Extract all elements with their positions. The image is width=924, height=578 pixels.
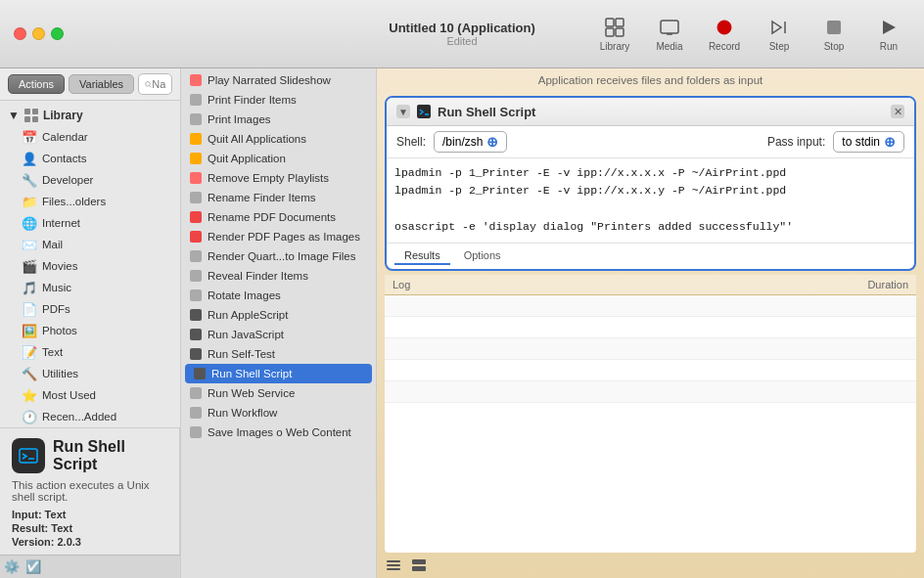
log-header: Log Duration bbox=[385, 275, 916, 295]
action-run-applescript[interactable]: Run AppleScript bbox=[181, 305, 376, 325]
svg-rect-24 bbox=[190, 231, 202, 243]
svg-rect-14 bbox=[20, 449, 37, 463]
action-run-web-service[interactable]: Run Web Service bbox=[181, 383, 376, 403]
sidebar-item-utilities[interactable]: 🔨 Utilities bbox=[0, 363, 180, 384]
most-used-icon: ⭐ bbox=[22, 387, 37, 403]
svg-rect-17 bbox=[190, 94, 202, 106]
library-label: Library bbox=[600, 41, 630, 52]
action-print-finder[interactable]: Print Finder Items bbox=[181, 90, 376, 110]
action-play-narrated[interactable]: Play Narrated Slideshow bbox=[181, 70, 376, 90]
search-input[interactable] bbox=[152, 78, 165, 90]
sidebar-item-most-used[interactable]: ⭐ Most Used bbox=[0, 384, 180, 406]
shell-label: Shell: bbox=[396, 135, 426, 149]
action-remove-empty[interactable]: Remove Empty Playlists bbox=[181, 168, 376, 188]
tab-results[interactable]: Results bbox=[394, 247, 450, 265]
rss-header-left: ▼ Run Shell Script bbox=[396, 104, 535, 119]
detail-view-icon[interactable] bbox=[410, 556, 428, 574]
version-meta: Version: 2.0.3 bbox=[12, 536, 167, 548]
svg-rect-18 bbox=[190, 113, 202, 125]
sidebar-item-contacts[interactable]: 👤 Contacts bbox=[0, 148, 180, 169]
action-run-javascript[interactable]: Run JavaScript bbox=[181, 325, 376, 344]
action-run-shell-script[interactable]: Run Shell Script bbox=[185, 364, 372, 383]
sidebar-item-mail[interactable]: ✉️ Mail bbox=[0, 234, 180, 255]
tab-options[interactable]: Options bbox=[454, 247, 511, 265]
action-render-quartz[interactable]: Render Quart...to Image Files bbox=[181, 246, 376, 266]
sidebar-item-text[interactable]: 📝 Text bbox=[0, 341, 180, 363]
log-area: Log Duration bbox=[385, 275, 916, 553]
rss-close-button[interactable]: ✕ bbox=[891, 105, 904, 118]
action-reveal-finder[interactable]: Reveal Finder Items bbox=[181, 266, 376, 286]
print-finder-icon bbox=[189, 93, 203, 107]
fullscreen-button[interactable] bbox=[51, 27, 64, 40]
svg-rect-28 bbox=[190, 309, 202, 321]
shell-script-icon bbox=[416, 104, 432, 119]
code-line-1: lpadmin -p 1_Printer -E -v ipp://x.x.x.x… bbox=[394, 164, 906, 182]
rss-code-editor[interactable]: lpadmin -p 1_Printer -E -v ipp://x.x.x.x… bbox=[387, 158, 914, 244]
svg-rect-39 bbox=[387, 568, 400, 570]
sidebar-item-calendar[interactable]: 📅 Calendar bbox=[0, 126, 180, 148]
sidebar-item-music[interactable]: 🎵 Music bbox=[0, 277, 180, 298]
photos-icon: 🖼️ bbox=[22, 323, 37, 338]
svg-rect-1 bbox=[616, 19, 624, 26]
svg-rect-20 bbox=[190, 153, 202, 164]
sidebar-item-photos[interactable]: 🖼️ Photos bbox=[0, 320, 180, 341]
run-button[interactable]: Run bbox=[863, 7, 914, 62]
close-button[interactable] bbox=[14, 27, 26, 40]
action-quit-app[interactable]: Quit Application bbox=[181, 149, 376, 168]
log-col-header: Log bbox=[393, 279, 810, 290]
svg-rect-29 bbox=[190, 329, 202, 340]
log-row bbox=[385, 295, 916, 317]
tab-actions[interactable]: Actions bbox=[8, 74, 65, 94]
pass-input-select[interactable]: to stdin ⊕ bbox=[833, 131, 904, 153]
sidebar-item-pdfs[interactable]: 📄 PDFs bbox=[0, 298, 180, 320]
svg-rect-21 bbox=[190, 172, 202, 184]
list-view-icon[interactable] bbox=[385, 556, 402, 574]
code-line-4: osascript -e 'display dialog "Printers a… bbox=[394, 218, 906, 236]
action-rotate-images[interactable]: Rotate Images bbox=[181, 286, 376, 305]
library-header[interactable]: ▼ Library bbox=[0, 105, 180, 126]
log-footer bbox=[377, 553, 924, 578]
shell-select[interactable]: /bin/zsh ⊕ bbox=[434, 131, 507, 153]
step-button[interactable]: Step bbox=[754, 7, 805, 62]
run-javascript-icon bbox=[189, 328, 203, 341]
action-render-pdf[interactable]: Render PDF Pages as Images bbox=[181, 227, 376, 246]
stop-button[interactable]: Stop bbox=[808, 7, 859, 62]
search-box[interactable] bbox=[138, 73, 172, 95]
action-rename-finder[interactable]: Rename Finder Items bbox=[181, 188, 376, 207]
action-print-images[interactable]: Print Images bbox=[181, 110, 376, 129]
svg-rect-11 bbox=[32, 109, 38, 114]
sidebar-item-recently-added[interactable]: 🕐 Recen...Added bbox=[0, 406, 180, 427]
stop-label: Stop bbox=[824, 41, 845, 52]
action-run-workflow[interactable]: Run Workflow bbox=[181, 403, 376, 422]
sidebar-item-developer[interactable]: 🔧 Developer bbox=[0, 169, 180, 191]
collapse-button[interactable]: ▼ bbox=[396, 105, 410, 118]
action-list-panel: Play Narrated Slideshow Print Finder Ite… bbox=[181, 68, 377, 578]
sidebar-item-files[interactable]: 📁 Files...olders bbox=[0, 191, 180, 212]
sidebar-item-movies[interactable]: 🎬 Movies bbox=[0, 255, 180, 277]
svg-rect-30 bbox=[190, 348, 202, 360]
action-icon-bg bbox=[12, 438, 45, 473]
contacts-icon: 👤 bbox=[22, 151, 37, 166]
svg-point-8 bbox=[146, 81, 151, 86]
svg-rect-34 bbox=[190, 426, 202, 438]
action-run-self-test[interactable]: Run Self-Test bbox=[181, 344, 376, 364]
rename-finder-icon bbox=[189, 191, 203, 204]
action-rename-pdf[interactable]: Rename PDF Documents bbox=[181, 207, 376, 227]
log-row bbox=[385, 381, 916, 403]
sidebar-item-internet[interactable]: 🌐 Internet bbox=[0, 212, 180, 234]
pass-input-label: Pass input: bbox=[767, 135, 825, 149]
media-button[interactable]: Media bbox=[644, 7, 695, 62]
library-button[interactable]: Library bbox=[589, 7, 640, 62]
tab-variables[interactable]: Variables bbox=[69, 74, 134, 94]
log-rows bbox=[385, 295, 916, 553]
action-quit-all[interactable]: Quit All Applications bbox=[181, 129, 376, 149]
developer-icon: 🔧 bbox=[22, 172, 37, 188]
recently-added-icon: 🕐 bbox=[22, 409, 37, 424]
svg-rect-33 bbox=[190, 407, 202, 419]
record-button[interactable]: Record bbox=[699, 7, 750, 62]
minimize-button[interactable] bbox=[32, 27, 45, 40]
action-save-images[interactable]: Save Images o Web Content bbox=[181, 422, 376, 442]
main-content: Actions Variables ▼ bbox=[0, 68, 924, 578]
music-icon: 🎵 bbox=[22, 280, 37, 295]
toolbar: Library Media Record Step bbox=[589, 7, 914, 62]
